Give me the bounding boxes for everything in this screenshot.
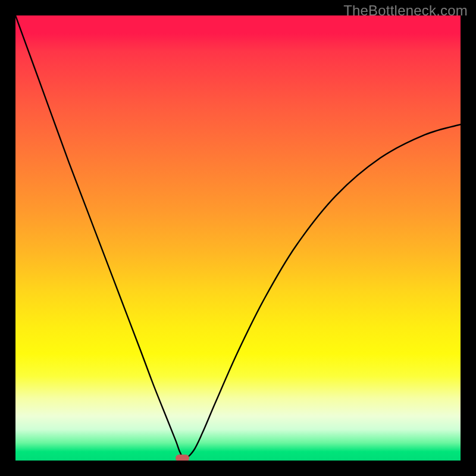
- minimum-marker: [176, 455, 190, 461]
- plot-area: [15, 15, 461, 461]
- watermark-text: TheBottleneck.com: [343, 2, 468, 19]
- background-gradient: [15, 15, 461, 461]
- chart-frame: TheBottleneck.com: [0, 0, 476, 476]
